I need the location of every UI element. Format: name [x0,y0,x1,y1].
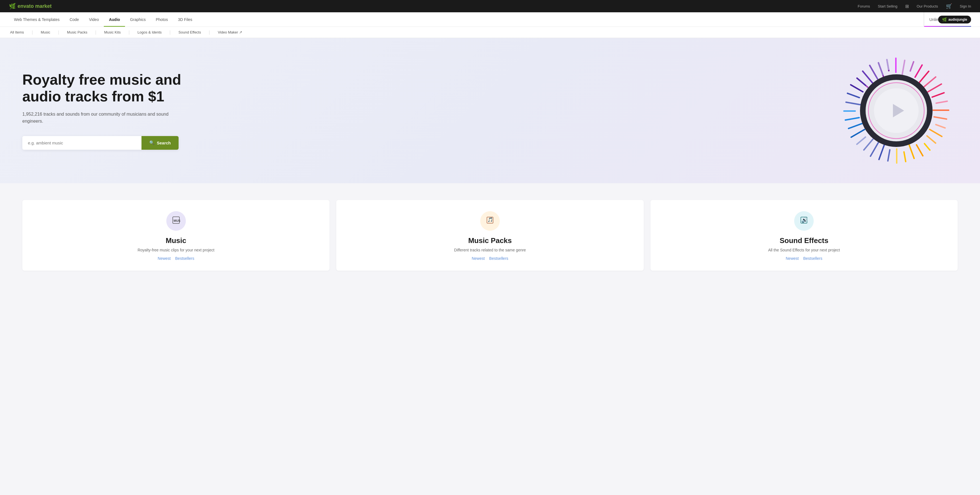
categories-grid: MUSIC Music Royalty-free music clips for… [22,200,958,271]
svg-text:🎵: 🎵 [487,217,493,222]
logo-leaf-icon: 🌿 [9,3,16,10]
sub-music-packs[interactable]: Music Packs [66,30,89,34]
search-button[interactable]: 🔍 Search [142,136,178,150]
audiojungle-badge[interactable]: 🌿 audiojungle [938,16,971,24]
nav-items: Web Themes & Templates Code Video Audio … [9,12,971,27]
sound-effects-links: Newest Bestsellers [659,256,949,260]
svg-rect-32 [845,117,860,121]
music-icon: MUSIC [172,216,181,227]
music-newest-link[interactable]: Newest [158,256,171,260]
nav-3d-files[interactable]: 3D Files [173,12,197,27]
svg-rect-21 [916,144,924,157]
hero-content: Royalty free music and audio tracks from… [22,72,190,150]
svg-rect-38 [862,70,873,84]
nav-web-themes[interactable]: Web Themes & Templates [9,12,64,27]
svg-rect-37 [856,77,867,86]
sound-effects-desc: All the Sound Effects for your next proj… [659,248,949,252]
svg-rect-35 [846,93,860,99]
svg-rect-17 [935,124,946,129]
search-icon: 🔍 [149,140,154,145]
svg-rect-18 [929,128,943,137]
categories-section: MUSIC Music Royalty-free music clips for… [0,183,980,293]
cart-icon[interactable]: 🛒 [946,3,952,9]
sound-effects-title: Sound Effects [659,236,949,245]
svg-rect-36 [850,84,864,93]
svg-rect-29 [856,136,866,145]
svg-rect-14 [935,100,948,104]
svg-rect-20 [924,143,931,151]
svg-rect-33 [843,110,856,112]
svg-text:MUSIC: MUSIC [173,219,181,222]
svg-rect-25 [887,149,891,162]
svg-rect-24 [896,148,897,164]
music-packs-category-card: 🎵 Music Packs Different tracks related t… [336,200,643,271]
music-packs-icon-wrap: 🎵 [480,211,500,231]
logo-text: envato market [18,3,52,9]
topbar-links: Forums Start Selling ⊞ Our Products 🛒 Si… [858,3,971,9]
sub-sound-effects[interactable]: Sound Effects [177,30,202,34]
svg-rect-13 [931,92,945,98]
svg-rect-19 [926,135,937,144]
music-packs-title: Music Packs [345,236,635,245]
top-bar: 🌿 envato market Forums Start Selling ⊞ O… [0,0,980,12]
aj-leaf-icon: 🌿 [942,17,947,22]
sub-nav: All Items | Music | Music Packs | Music … [0,27,980,38]
nav-code[interactable]: Code [64,12,84,27]
svg-rect-30 [850,128,865,138]
search-button-label: Search [157,141,171,145]
svg-rect-16 [934,116,947,120]
logo[interactable]: 🌿 envato market [9,3,52,10]
sub-video-maker[interactable]: Video Maker ↗ [216,30,243,34]
music-packs-newest-link[interactable]: Newest [472,256,485,260]
svg-rect-11 [922,76,937,89]
hero-section: Royalty free music and audio tracks from… [0,38,980,183]
forums-link[interactable]: Forums [858,4,870,8]
start-selling-link[interactable]: Start Selling [878,4,897,8]
svg-rect-23 [903,151,907,162]
svg-text:🔊: 🔊 [802,217,808,223]
nav-audio[interactable]: Audio [104,12,125,27]
music-packs-desc: Different tracks related to the same gen… [345,248,635,252]
search-input[interactable] [22,136,142,150]
svg-rect-15 [932,110,949,111]
svg-rect-40 [878,62,884,76]
svg-rect-22 [908,143,915,159]
hero-title: Royalty free music and audio tracks from… [22,72,190,105]
svg-rect-9 [914,64,923,78]
sub-music-kits[interactable]: Music Kits [103,30,122,34]
svg-rect-41 [886,59,889,70]
nav-video[interactable]: Video [84,12,104,27]
svg-rect-28 [863,138,874,151]
svg-rect-26 [878,143,886,160]
music-packs-bestsellers-link[interactable]: Bestsellers [489,256,508,260]
our-products-link[interactable]: Our Products [916,4,938,8]
music-packs-icon: 🎵 [485,216,495,227]
grid-icon[interactable]: ⊞ [905,4,909,9]
search-bar: 🔍 Search [22,136,178,150]
music-desc: Royalty-free music clips for your next p… [31,248,321,252]
svg-rect-6 [895,57,897,73]
music-packs-links: Newest Bestsellers [345,256,635,260]
music-icon-wrap: MUSIC [166,211,186,231]
equalizer-svg [835,49,958,172]
sound-effects-bestsellers-link[interactable]: Bestsellers [803,256,822,260]
main-nav: Web Themes & Templates Code Video Audio … [0,12,980,27]
hero-subtitle: 1,952,216 tracks and sounds from our com… [22,111,190,125]
sub-logos[interactable]: Logos & Idents [137,30,163,34]
sound-effects-category-card: 🔊 Sound Effects All the Sound Effects fo… [651,200,958,271]
sound-effects-icon-wrap: 🔊 [794,211,814,231]
svg-rect-7 [901,59,905,76]
sound-effects-icon: 🔊 [799,216,808,227]
music-links: Newest Bestsellers [31,256,321,260]
music-bestsellers-link[interactable]: Bestsellers [175,256,194,260]
hero-visual [835,49,958,172]
music-category-card: MUSIC Music Royalty-free music clips for… [22,200,329,271]
sub-all-items[interactable]: All Items [9,30,25,34]
sub-music[interactable]: Music [40,30,51,34]
music-title: Music [31,236,321,245]
sound-effects-newest-link[interactable]: Newest [786,256,799,260]
sign-in-link[interactable]: Sign In [960,4,971,8]
audiojungle-badge-text: audiojungle [948,18,967,21]
nav-graphics[interactable]: Graphics [125,12,151,27]
nav-photos[interactable]: Photos [151,12,173,27]
